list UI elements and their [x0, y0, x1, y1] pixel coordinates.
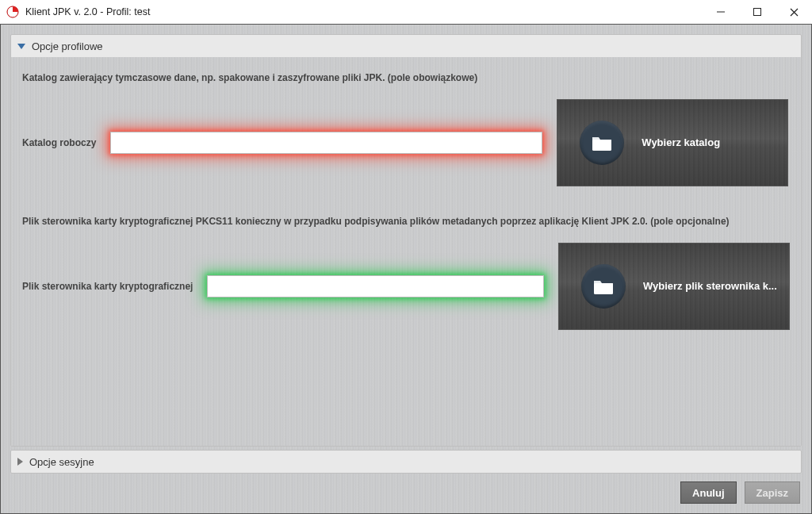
save-label: Zapisz: [756, 487, 788, 499]
window-title: Klient JPK v. 2.0 - Profil: test: [25, 6, 150, 17]
save-button[interactable]: Zapisz: [745, 481, 800, 504]
window-body: Opcje profilowe Katalog zawierający tymc…: [0, 24, 812, 514]
katalog-input-wrap: [110, 132, 542, 154]
chevron-down-icon: [17, 44, 25, 49]
driver-input-wrap: [207, 275, 544, 297]
katalog-description: Katalog zawierający tymczasowe dane, np.…: [22, 71, 790, 85]
svg-rect-1: [717, 12, 725, 13]
cancel-label: Anuluj: [692, 487, 724, 499]
titlebar: Klient JPK v. 2.0 - Profil: test: [0, 0, 812, 24]
session-panel-title: Opcje sesyjne: [29, 456, 94, 468]
driver-input[interactable]: [207, 275, 544, 297]
footer-buttons: Anuluj Zapisz: [680, 481, 800, 504]
katalog-row: Katalog roboczy Wybierz katalog: [22, 99, 790, 186]
cancel-button[interactable]: Anuluj: [680, 481, 736, 504]
driver-row: Plik sterownika karty kryptograficznej W…: [22, 243, 790, 330]
profile-panel: Opcje profilowe Katalog zawierający tymc…: [10, 34, 802, 447]
choose-dir-label: Wybierz katalog: [642, 136, 720, 148]
katalog-input[interactable]: [110, 132, 542, 154]
driver-description: Plik sterownika karty kryptograficznej P…: [22, 215, 790, 228]
svg-rect-4: [594, 283, 613, 294]
svg-rect-3: [592, 140, 611, 151]
session-panel-header[interactable]: Opcje sesyjne: [11, 451, 801, 473]
choose-dir-button[interactable]: Wybierz katalog: [557, 99, 788, 186]
folder-icon: [580, 121, 624, 165]
choose-driver-label: Wybierz plik sterownika k...: [643, 280, 777, 292]
profile-panel-header[interactable]: Opcje profilowe: [11, 35, 801, 57]
session-panel: Opcje sesyjne: [10, 450, 802, 474]
app-icon: [6, 6, 19, 18]
svg-rect-2: [754, 9, 761, 16]
profile-panel-title: Opcje profilowe: [32, 40, 103, 52]
katalog-label: Katalog roboczy: [22, 137, 96, 148]
minimize-button[interactable]: [703, 0, 739, 24]
close-button[interactable]: [776, 0, 812, 24]
maximize-button[interactable]: [739, 0, 776, 24]
profile-panel-body: Katalog zawierający tymczasowe dane, np.…: [11, 57, 801, 446]
folder-icon: [581, 264, 626, 309]
driver-label: Plik sterownika karty kryptograficznej: [22, 281, 193, 292]
choose-driver-button[interactable]: Wybierz plik sterownika k...: [558, 243, 790, 330]
chevron-right-icon: [17, 458, 23, 466]
